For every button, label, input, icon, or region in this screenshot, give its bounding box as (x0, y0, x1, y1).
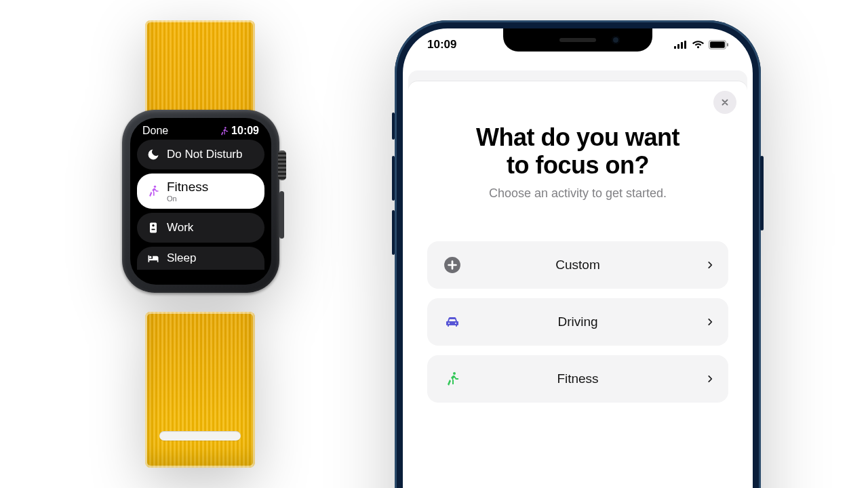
car-icon (443, 314, 462, 330)
focus-item-label: Work (167, 221, 193, 235)
watch-status-bar: Done 10:09 (137, 125, 264, 140)
close-icon (720, 98, 730, 107)
chevron-right-icon (705, 314, 715, 329)
option-driving[interactable]: Driving (427, 298, 728, 346)
notch (503, 28, 652, 52)
focus-item-dnd[interactable]: Do Not Disturb (137, 140, 264, 169)
battery-icon (709, 40, 728, 49)
cellular-icon (674, 40, 688, 49)
chevron-right-icon (705, 258, 715, 272)
runner-icon (146, 184, 160, 198)
close-button[interactable] (713, 91, 736, 114)
option-fitness[interactable]: Fitness (427, 355, 728, 403)
runner-icon (444, 371, 460, 387)
focus-setup-sheet: What do you want to focus on? Choose an … (408, 81, 747, 488)
focus-list[interactable]: Do Not Disturb Fitness On Work Sleep (137, 140, 264, 278)
watch-band-bottom (145, 312, 255, 468)
status-icons (674, 38, 728, 52)
focus-options: Custom Driving Fitness (425, 241, 731, 403)
speaker (559, 38, 596, 42)
ring-switch[interactable] (392, 113, 395, 140)
bed-icon (146, 251, 160, 265)
side-button[interactable] (760, 156, 764, 230)
side-button[interactable] (279, 191, 284, 239)
option-custom[interactable]: Custom (427, 241, 728, 289)
page-subtitle: Choose an activity to get started. (425, 186, 731, 201)
option-label: Custom (462, 258, 713, 272)
page-title: What do you want to focus on? (431, 123, 724, 180)
phone-screen: 10:09 What do you want to focus on? Choo… (403, 28, 753, 488)
chevron-right-icon (705, 371, 715, 386)
focus-item-label: Fitness (167, 180, 208, 194)
plus-circle-icon (443, 256, 461, 274)
option-label: Driving (462, 314, 713, 329)
iphone: 10:09 What do you want to focus on? Choo… (395, 20, 761, 488)
watch-screen: Done 10:09 Do Not Disturb Fitness On (130, 118, 271, 285)
volume-up[interactable] (392, 156, 395, 201)
focus-item-label: Do Not Disturb (167, 148, 242, 161)
focus-item-fitness[interactable]: Fitness On (137, 174, 264, 209)
moon-icon (146, 148, 160, 161)
focus-item-sub: On (167, 195, 208, 203)
watch-case: Done 10:09 Do Not Disturb Fitness On (122, 110, 279, 293)
front-camera (612, 36, 620, 44)
focus-item-sleep[interactable]: Sleep (137, 247, 264, 270)
apple-watch: Done 10:09 Do Not Disturb Fitness On (112, 27, 288, 461)
focus-item-work[interactable]: Work (137, 213, 264, 243)
fitness-status-icon (219, 126, 229, 136)
phone-time: 10:09 (427, 38, 456, 52)
digital-crown[interactable] (278, 150, 286, 180)
watch-time: 10:09 (231, 125, 259, 137)
volume-down[interactable] (392, 210, 395, 255)
focus-item-label: Sleep (167, 251, 196, 265)
wifi-icon (692, 40, 705, 49)
option-label: Fitness (462, 371, 713, 386)
done-button[interactable]: Done (142, 125, 168, 137)
badge-icon (146, 221, 160, 235)
